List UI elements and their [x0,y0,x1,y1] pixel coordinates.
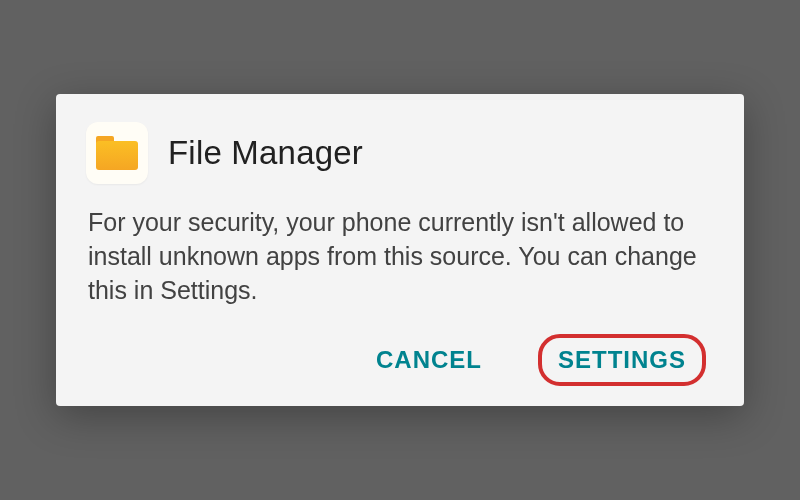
settings-highlight: SETTINGS [538,334,706,386]
dialog-message: For your security, your phone currently … [86,206,714,307]
permission-dialog: File Manager For your security, your pho… [56,94,744,405]
settings-button[interactable]: SETTINGS [556,342,688,378]
cancel-button[interactable]: CANCEL [360,336,498,384]
folder-icon [96,136,138,170]
dialog-title: File Manager [168,134,363,172]
app-icon-wrap [86,122,148,184]
dialog-header: File Manager [86,122,714,184]
dialog-actions: CANCEL SETTINGS [86,334,714,386]
